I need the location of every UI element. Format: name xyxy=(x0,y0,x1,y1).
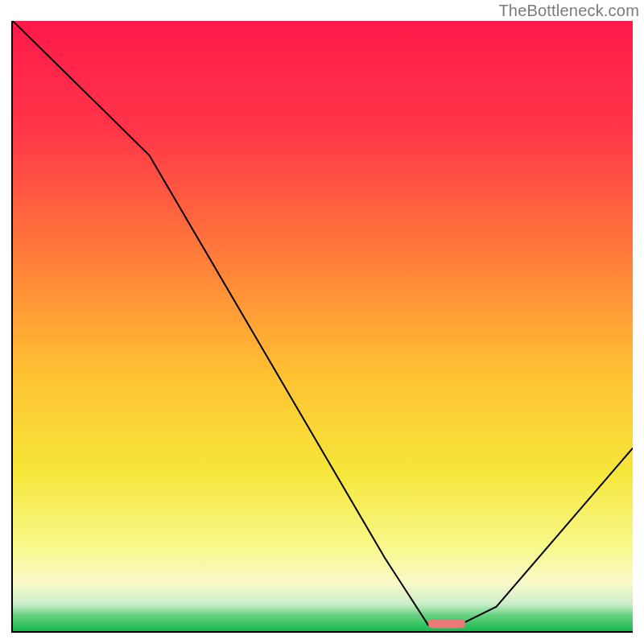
bottleneck-curve xyxy=(13,21,633,625)
watermark-text: TheBottleneck.com xyxy=(498,2,639,20)
optimal-marker xyxy=(428,619,465,628)
curve-layer xyxy=(13,21,633,631)
chart-container: TheBottleneck.com xyxy=(0,0,644,644)
plot-area xyxy=(11,21,633,633)
